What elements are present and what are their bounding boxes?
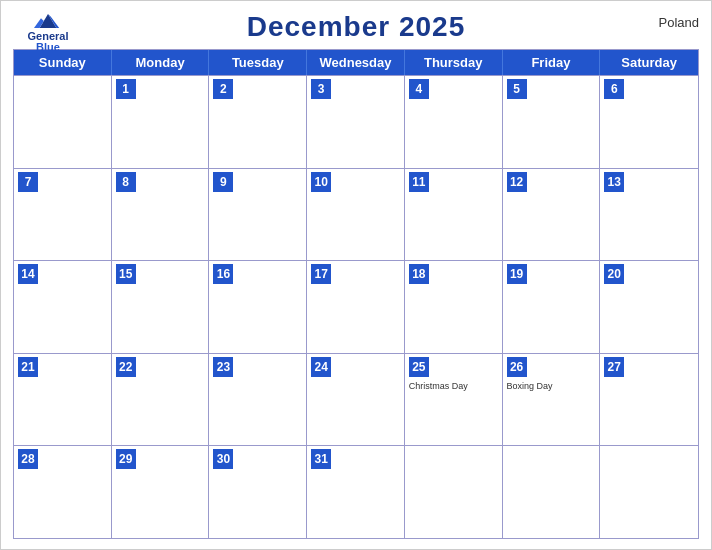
day-cell: 2 bbox=[209, 76, 307, 168]
day-cell: 24 bbox=[307, 354, 405, 446]
day-cell: 20 bbox=[600, 261, 698, 353]
day-cell: 4 bbox=[405, 76, 503, 168]
day-header-friday: Friday bbox=[503, 50, 601, 75]
day-cell: 16 bbox=[209, 261, 307, 353]
calendar-title: December 2025 bbox=[247, 11, 465, 43]
day-header-sunday: Sunday bbox=[14, 50, 112, 75]
week-row-3: 14151617181920 bbox=[14, 260, 698, 353]
date-number: 8 bbox=[116, 172, 136, 192]
day-headers-row: SundayMondayTuesdayWednesdayThursdayFrid… bbox=[14, 50, 698, 75]
date-number: 3 bbox=[311, 79, 331, 99]
day-cell: 3 bbox=[307, 76, 405, 168]
day-cell: 22 bbox=[112, 354, 210, 446]
day-cell: 31 bbox=[307, 446, 405, 538]
week-row-1: 123456 bbox=[14, 75, 698, 168]
date-number: 9 bbox=[213, 172, 233, 192]
date-number: 29 bbox=[116, 449, 136, 469]
date-number: 11 bbox=[409, 172, 429, 192]
holiday-label: Boxing Day bbox=[507, 381, 596, 392]
day-header-monday: Monday bbox=[112, 50, 210, 75]
calendar-grid: SundayMondayTuesdayWednesdayThursdayFrid… bbox=[13, 49, 699, 539]
date-number: 19 bbox=[507, 264, 527, 284]
date-number: 26 bbox=[507, 357, 527, 377]
date-number: 4 bbox=[409, 79, 429, 99]
date-number: 31 bbox=[311, 449, 331, 469]
date-number: 24 bbox=[311, 357, 331, 377]
day-cell: 30 bbox=[209, 446, 307, 538]
date-number: 18 bbox=[409, 264, 429, 284]
day-cell: 14 bbox=[14, 261, 112, 353]
date-number: 14 bbox=[18, 264, 38, 284]
date-number: 30 bbox=[213, 449, 233, 469]
day-cell bbox=[600, 446, 698, 538]
date-number: 25 bbox=[409, 357, 429, 377]
day-cell: 28 bbox=[14, 446, 112, 538]
date-number: 13 bbox=[604, 172, 624, 192]
date-number: 5 bbox=[507, 79, 527, 99]
day-cell: 12 bbox=[503, 169, 601, 261]
day-header-thursday: Thursday bbox=[405, 50, 503, 75]
date-number: 16 bbox=[213, 264, 233, 284]
date-number: 7 bbox=[18, 172, 38, 192]
date-number: 15 bbox=[116, 264, 136, 284]
day-cell: 25Christmas Day bbox=[405, 354, 503, 446]
date-number: 27 bbox=[604, 357, 624, 377]
day-cell: 10 bbox=[307, 169, 405, 261]
week-row-2: 78910111213 bbox=[14, 168, 698, 261]
date-number: 6 bbox=[604, 79, 624, 99]
day-cell: 23 bbox=[209, 354, 307, 446]
day-cell: 8 bbox=[112, 169, 210, 261]
date-number: 10 bbox=[311, 172, 331, 192]
day-cell: 1 bbox=[112, 76, 210, 168]
logo-icon bbox=[34, 11, 62, 31]
day-cell: 9 bbox=[209, 169, 307, 261]
logo-area: General Blue bbox=[13, 11, 83, 53]
day-header-wednesday: Wednesday bbox=[307, 50, 405, 75]
date-number: 21 bbox=[18, 357, 38, 377]
day-cell: 11 bbox=[405, 169, 503, 261]
day-cell: 6 bbox=[600, 76, 698, 168]
day-cell: 17 bbox=[307, 261, 405, 353]
day-cell: 21 bbox=[14, 354, 112, 446]
date-number: 12 bbox=[507, 172, 527, 192]
day-cell: 27 bbox=[600, 354, 698, 446]
day-cell: 29 bbox=[112, 446, 210, 538]
day-cell: 5 bbox=[503, 76, 601, 168]
date-number: 22 bbox=[116, 357, 136, 377]
day-cell: 18 bbox=[405, 261, 503, 353]
day-cell: 19 bbox=[503, 261, 601, 353]
title-area: December 2025 bbox=[247, 11, 465, 43]
week-row-5: 28293031 bbox=[14, 445, 698, 538]
calendar-wrapper: General Blue December 2025 Poland Sunday… bbox=[0, 0, 712, 550]
day-cell bbox=[503, 446, 601, 538]
date-number: 17 bbox=[311, 264, 331, 284]
day-cell: 7 bbox=[14, 169, 112, 261]
day-cell: 26Boxing Day bbox=[503, 354, 601, 446]
day-cell bbox=[14, 76, 112, 168]
weeks-container: 1234567891011121314151617181920212223242… bbox=[14, 75, 698, 538]
date-number: 2 bbox=[213, 79, 233, 99]
calendar-header: General Blue December 2025 Poland bbox=[13, 11, 699, 43]
date-number: 20 bbox=[604, 264, 624, 284]
country-label: Poland bbox=[659, 15, 699, 30]
week-row-4: 2122232425Christmas Day26Boxing Day27 bbox=[14, 353, 698, 446]
date-number: 1 bbox=[116, 79, 136, 99]
date-number: 28 bbox=[18, 449, 38, 469]
logo-blue-text: Blue bbox=[36, 42, 60, 53]
day-cell: 13 bbox=[600, 169, 698, 261]
holiday-label: Christmas Day bbox=[409, 381, 498, 392]
day-header-saturday: Saturday bbox=[600, 50, 698, 75]
day-header-tuesday: Tuesday bbox=[209, 50, 307, 75]
date-number: 23 bbox=[213, 357, 233, 377]
day-cell: 15 bbox=[112, 261, 210, 353]
day-cell bbox=[405, 446, 503, 538]
